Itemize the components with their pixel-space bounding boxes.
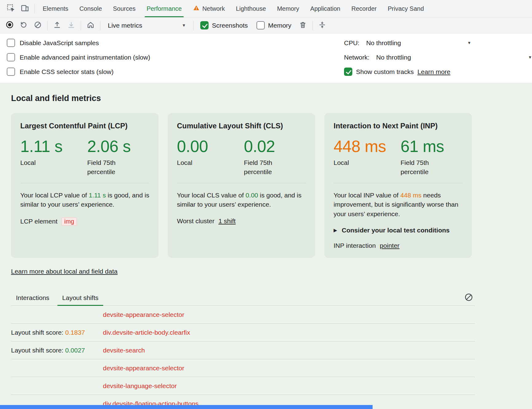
desc-text: Your local CLS value of [177, 192, 245, 199]
layout-shift-row[interactable]: devsite-appearance-selector [11, 359, 475, 377]
screenshots-checkbox[interactable] [200, 21, 209, 29]
custom-tracks-learn-more-link[interactable]: Learn more [417, 68, 450, 76]
element-node-link[interactable]: devsite-language-selector [103, 382, 177, 390]
chevron-down-icon: ▼ [182, 23, 186, 28]
toolbar-separator [312, 21, 313, 30]
cls-values: 0.00 Local 0.02 Field 75th percentile [177, 138, 306, 176]
tab-label: Console [79, 5, 102, 12]
desc-text: Your local LCP value of [20, 192, 89, 199]
css-selector-stats-option[interactable]: Enable CSS selector stats (slow) [7, 64, 150, 79]
element-node-link[interactable]: div.devsite-article-body.clearfix [103, 329, 190, 336]
cpu-throttling-select[interactable]: CPU: No throttling ▼ [344, 36, 471, 50]
capture-settings: Disable JavaScript samples Enable advanc… [0, 33, 532, 83]
device-toolbar-button[interactable] [18, 2, 32, 15]
score-label: Layout shift score: [11, 329, 65, 336]
tab-recorder[interactable]: Recorder [346, 0, 382, 17]
worst-cluster-link[interactable]: 1 shift [218, 217, 236, 225]
disable-js-samples-option[interactable]: Disable JavaScript samples [7, 36, 150, 50]
layout-shift-row[interactable]: devsite-appearance-selector [11, 306, 475, 324]
lcp-local-label: Local [20, 158, 87, 167]
live-metrics-home-button[interactable] [84, 19, 98, 32]
css-selector-stats-checkbox[interactable] [7, 68, 15, 76]
option-label: Enable advanced paint instrumentation (s… [20, 54, 150, 61]
card-divider [20, 183, 149, 183]
inspect-icon [6, 4, 15, 14]
show-custom-tracks-checkbox[interactable] [344, 68, 352, 76]
lcp-field-label: Field 75th percentile [87, 158, 128, 176]
tab-interactions[interactable]: Interactions [11, 290, 54, 306]
inp-local-label: Local [334, 158, 401, 167]
cls-local-label: Local [177, 158, 244, 167]
memory-checkbox-row[interactable]: Memory [256, 21, 291, 29]
memory-checkbox[interactable] [256, 21, 265, 29]
tab-application[interactable]: Application [305, 0, 346, 17]
local-test-conditions-disclosure[interactable]: ▶ Consider your local test conditions [334, 227, 463, 234]
toolbar-separator [47, 21, 48, 30]
record-and-reload-button[interactable] [17, 19, 31, 32]
devtools-tabbar: Elements Console Sources Performance Net… [0, 0, 532, 18]
block-icon [34, 21, 42, 30]
download-icon [67, 21, 75, 30]
clear-button[interactable] [31, 19, 45, 32]
save-profile-button[interactable] [64, 19, 78, 32]
lcp-element-node-link[interactable]: img [61, 217, 77, 226]
tab-label: Recorder [351, 5, 377, 12]
advanced-paint-instrumentation-checkbox[interactable] [7, 53, 15, 61]
layout-shift-row[interactable]: devsite-language-selector [11, 377, 475, 395]
desc-value: 1.11 s [89, 192, 106, 199]
score-cell: Layout shift score: 0.1837 [11, 329, 103, 336]
element-node-link[interactable]: devsite-search [103, 347, 145, 354]
inp-field-block: 61 ms Field 75th percentile [401, 138, 444, 176]
tab-console[interactable]: Console [74, 0, 107, 17]
block-icon [464, 293, 473, 303]
load-profile-button[interactable] [50, 19, 64, 32]
network-throttling-select[interactable]: Network: No throttling ▼ [344, 50, 532, 64]
tab-memory[interactable]: Memory [272, 0, 305, 17]
panel-view-select[interactable]: Live metrics ▼ [103, 19, 191, 32]
advanced-paint-instrumentation-option[interactable]: Enable advanced paint instrumentation (s… [7, 50, 150, 64]
record-button[interactable] [2, 19, 17, 32]
trash-icon [299, 21, 307, 30]
tab-network[interactable]: Network [187, 0, 230, 17]
tab-performance[interactable]: Performance [141, 0, 187, 17]
tab-privacy-sandbox[interactable]: Privacy Sand [382, 0, 429, 17]
live-metrics-panel: Local and field metrics Largest Contentf… [0, 83, 532, 409]
tab-label: Network [202, 5, 225, 12]
selected-row-highlight [0, 405, 373, 409]
memory-label: Memory [268, 22, 291, 29]
capture-options: Disable JavaScript samples Enable advanc… [7, 36, 150, 79]
cpu-value: No throttling [366, 39, 401, 47]
lcp-local-value: 1.11 s [20, 138, 87, 155]
cls-card-title: Cumulative Layout Shift (CLS) [177, 122, 306, 130]
cls-field-value: 0.02 [244, 138, 284, 155]
network-value: No throttling [376, 54, 411, 61]
inp-local-block: 448 ms Local [334, 138, 401, 176]
lcp-field-block: 2.06 s Field 75th percentile [87, 138, 131, 176]
tab-sources[interactable]: Sources [108, 0, 141, 17]
layout-shift-row[interactable]: Layout shift score: 0.0027 devsite-searc… [11, 341, 475, 359]
inp-interaction-link[interactable]: pointer [380, 242, 399, 249]
element-node-link[interactable]: devsite-appearance-selector [103, 364, 184, 372]
collect-garbage-button[interactable] [296, 19, 310, 32]
inspect-element-button[interactable] [4, 2, 18, 15]
tab-layout-shifts[interactable]: Layout shifts [57, 290, 104, 306]
lcp-field-value: 2.06 s [87, 138, 131, 155]
screenshots-label: Screenshots [212, 22, 248, 29]
screenshots-checkbox-row[interactable]: Screenshots [200, 21, 248, 29]
tab-lighthouse[interactable]: Lighthouse [230, 0, 272, 17]
lcp-description: Your local LCP value of 1.11 s is good, … [20, 191, 149, 209]
clear-log-button[interactable] [463, 292, 475, 304]
card-divider [177, 183, 306, 183]
disable-js-samples-checkbox[interactable] [7, 39, 15, 47]
worst-cluster-label: Worst cluster [177, 217, 214, 225]
toolbar-separator [81, 21, 81, 30]
collapse-toolbar-button[interactable] [315, 19, 329, 32]
show-custom-tracks-row: Show custom tracks Learn more [344, 64, 532, 79]
tab-elements[interactable]: Elements [37, 0, 74, 17]
metrics-heading: Local and field metrics [11, 94, 532, 103]
element-node-link[interactable]: devsite-appearance-selector [103, 311, 184, 318]
tab-label: Privacy Sand [388, 5, 424, 12]
local-field-data-learn-more-link[interactable]: Learn more about local and field data [11, 268, 118, 275]
layout-shift-row[interactable]: Layout shift score: 0.1837 div.devsite-a… [11, 324, 475, 341]
metric-cards: Largest Contentful Paint (LCP) 1.11 s Lo… [11, 113, 532, 258]
